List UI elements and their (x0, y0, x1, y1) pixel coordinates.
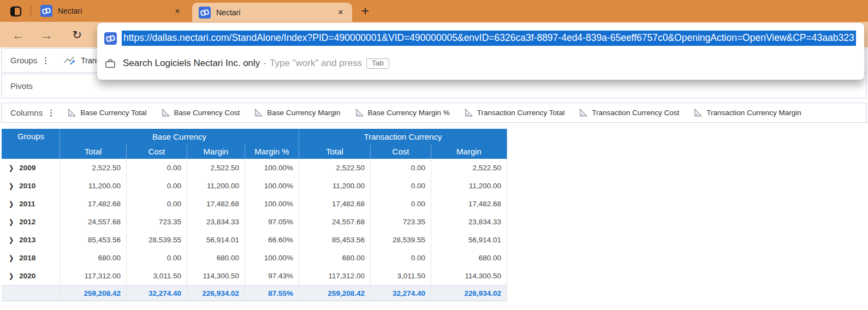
trans-margin-cell: 2,522.50 (431, 159, 507, 177)
expand-chevron-icon[interactable]: ❯ (9, 200, 14, 208)
group-row-expander[interactable]: ❯ 2020 (2, 267, 60, 285)
base-cost-cell: 3,011.50 (127, 267, 187, 285)
trans-cost-cell: 0.00 (371, 195, 431, 213)
url-text-selected[interactable]: https://dallas.nectari.com/StandAlone/In… (122, 31, 856, 46)
column-chip[interactable]: Base Currency Margin (254, 108, 340, 117)
group-year-label: 2009 (19, 164, 35, 172)
group-row-expander[interactable]: ❯ 2011 (2, 195, 60, 213)
base-total-cell: 680.00 (60, 249, 127, 267)
expand-chevron-icon[interactable]: ❯ (9, 218, 14, 226)
measure-triangle-icon (254, 108, 263, 117)
new-tab-button[interactable]: + (358, 3, 373, 19)
tab-nectari-1[interactable]: Nectari ✕ (34, 0, 189, 22)
expand-chevron-icon[interactable]: ❯ (9, 164, 14, 172)
base-cost-cell: 0.00 (127, 249, 187, 267)
group-row-expander[interactable]: ❯ 2018 (2, 249, 60, 267)
measure-triangle-icon (161, 108, 170, 117)
total-base-margin-pct: 87.55% (245, 285, 299, 301)
base-margin-pct-cell: 97.05% (245, 213, 299, 231)
column-chip-label: Base Currency Margin (267, 109, 340, 117)
column-chip[interactable]: Transaction Currency Cost (579, 108, 679, 117)
omnibox-url-suggestion[interactable]: https://dallas.nectari.com/StandAlone/In… (97, 27, 864, 50)
base-margin-pct-cell: 97.43% (245, 267, 299, 285)
transaction-subheader-cell: Total (299, 144, 371, 159)
tab-close-icon[interactable]: ✕ (171, 5, 183, 17)
base-margin-cell: 11,200.00 (187, 177, 245, 195)
group-year-label: 2011 (19, 200, 35, 208)
tab-nectari-2-active[interactable]: Nectari ✕ (192, 3, 352, 22)
expand-chevron-icon[interactable]: ❯ (9, 182, 14, 190)
measure-trend-icon (64, 55, 77, 65)
column-chip-list: Base Currency Total Base Currency Cost B… (67, 108, 801, 117)
base-margin-pct-cell: 100.00% (245, 195, 299, 213)
base-total-cell: 117,312.00 (60, 267, 127, 285)
column-chip-label: Transaction Currency Total (477, 109, 565, 117)
group-year-label: 2018 (19, 254, 35, 262)
group-row-expander[interactable]: ❯ 2013 (2, 231, 60, 249)
base-margin-pct-cell: 100.00% (245, 249, 299, 267)
trans-cost-cell: 28,539.55 (371, 231, 431, 249)
total-row-spacer (2, 285, 60, 301)
tab-title: Nectari (216, 8, 335, 17)
column-chip[interactable]: Base Currency Total (67, 108, 146, 117)
base-cost-cell: 28,539.55 (127, 231, 187, 249)
base-total-cell: 24,557.68 (60, 213, 127, 231)
expand-chevron-icon[interactable]: ❯ (9, 236, 14, 244)
search-scope-label: Search Logiciels Nectari Inc. only (123, 58, 260, 69)
omnibox-search-suggestion[interactable]: Search Logiciels Nectari Inc. only - Typ… (97, 51, 864, 75)
column-chip[interactable]: Transaction Currency Total (464, 108, 565, 117)
pivots-band-label: Pivots (10, 81, 33, 91)
expand-chevron-icon[interactable]: ❯ (9, 272, 14, 280)
group-year-label: 2013 (19, 236, 35, 244)
groups-menu-button[interactable]: ⋮ (41, 56, 50, 65)
trans-margin-cell: 680.00 (431, 249, 507, 267)
base-margin-pct-cell: 100.00% (245, 177, 299, 195)
group-year-label: 2012 (19, 218, 35, 226)
trans-total-cell: 24,557.68 (299, 213, 371, 231)
base-currency-group-header: Base Currency (60, 129, 299, 144)
pivot-table: Groups Base Currency Transaction Currenc… (2, 129, 507, 301)
columns-menu-button[interactable]: ⋮ (47, 108, 55, 118)
columns-band-label: Columns (10, 108, 43, 117)
back-button[interactable]: ← (10, 27, 26, 43)
transaction-currency-group-header: Transaction Currency (299, 129, 507, 144)
trans-total-cell: 11,200.00 (299, 177, 371, 195)
column-chip-label: Base Currency Margin % (368, 109, 450, 117)
trans-margin-cell: 56,914.01 (431, 231, 507, 249)
base-total-cell: 85,453.56 (60, 231, 127, 249)
browser-tab-strip: Nectari ✕ Nectari ✕ + (0, 0, 868, 22)
group-row-expander[interactable]: ❯ 2009 (2, 159, 60, 177)
tab-close-icon[interactable]: ✕ (335, 7, 347, 19)
transaction-subheader-cell: Margin (431, 144, 507, 159)
refresh-button[interactable]: ↻ (69, 27, 85, 43)
transaction-subheader-cell: Cost (371, 144, 431, 159)
nectari-favicon (199, 7, 211, 19)
base-cost-cell: 723.35 (127, 213, 187, 231)
group-year-label: 2020 (19, 272, 35, 280)
base-margin-cell: 56,914.01 (187, 231, 245, 249)
column-chip[interactable]: Transaction Currency Margin (693, 108, 801, 117)
base-cost-cell: 0.00 (127, 159, 187, 177)
tab-actions-menu-button[interactable] (9, 4, 23, 18)
column-chip[interactable]: Base Currency Margin % (355, 108, 450, 117)
group-row-expander[interactable]: ❯ 2010 (2, 177, 60, 195)
base-margin-cell: 114,300.50 (187, 267, 245, 285)
group-row-expander[interactable]: ❯ 2012 (2, 213, 60, 231)
measure-triangle-icon (464, 108, 473, 117)
trans-total-cell: 117,312.00 (299, 267, 371, 285)
trans-margin-cell: 23,834.33 (431, 213, 507, 231)
base-total-cell: 2,522.50 (60, 159, 127, 177)
expand-chevron-icon[interactable]: ❯ (9, 254, 14, 262)
omnibox-dropdown: https://dallas.nectari.com/StandAlone/In… (97, 23, 864, 80)
column-chip[interactable]: Base Currency Cost (161, 108, 240, 117)
total-trans-total: 259,208.42 (299, 285, 371, 301)
tab-key-badge: Tab (366, 58, 389, 69)
columns-band: Columns ⋮ Base Currency Total Base Curre… (1, 103, 867, 123)
trans-margin-cell: 17,482.68 (431, 195, 507, 213)
search-separator: - (263, 58, 266, 69)
total-base-total: 259,208.42 (60, 285, 127, 301)
trans-cost-cell: 3,011.50 (371, 267, 431, 285)
tab-actions-icon (9, 5, 22, 18)
forward-button[interactable]: → (38, 27, 55, 43)
column-chip-label: Transaction Currency Margin (706, 109, 801, 117)
